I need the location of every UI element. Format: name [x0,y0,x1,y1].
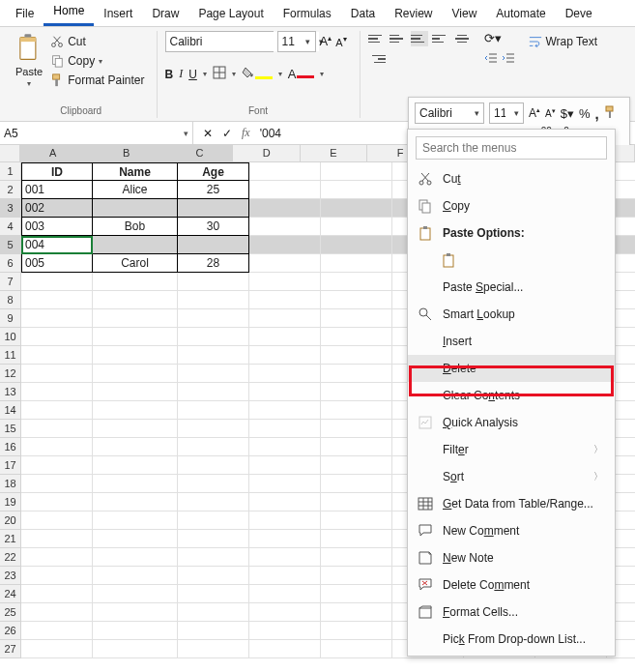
tab-page-layout[interactable]: Page Layout [188,3,273,26]
cell[interactable]: 001 [21,181,93,199]
increase-font-icon[interactable]: A▴ [529,106,540,120]
cell[interactable] [21,493,93,511]
cell[interactable]: Age [178,162,249,181]
cell[interactable]: 25 [178,181,249,199]
cell[interactable]: 005 [21,254,93,273]
align-right-button[interactable] [368,51,386,67]
name-box-input[interactable] [4,127,62,140]
col-header-b[interactable]: B [87,145,166,162]
cell[interactable] [21,401,93,420]
font-size-combo[interactable]: ▾ [277,31,316,52]
cell[interactable] [321,291,392,309]
row-header[interactable]: 2 [0,181,21,199]
cell[interactable]: Carol [93,254,178,273]
tab-formulas[interactable]: Formulas [274,3,341,26]
tab-view[interactable]: View [443,3,487,26]
cell[interactable] [21,365,93,383]
cell[interactable] [321,383,392,401]
cell[interactable] [321,309,392,328]
row-header[interactable]: 9 [0,309,21,328]
cell[interactable] [93,199,178,218]
align-bottom-button[interactable] [411,31,428,46]
cm-cut[interactable]: Cut [408,165,615,192]
cell[interactable] [249,401,321,420]
cell[interactable] [93,585,178,603]
cell[interactable] [93,365,178,383]
cm-new-comment[interactable]: New Comment [408,517,615,544]
cell[interactable] [321,493,392,511]
row-header[interactable]: 17 [0,456,21,475]
cell[interactable] [21,346,93,365]
cell[interactable] [249,511,321,530]
cell[interactable] [93,328,178,346]
cell[interactable] [178,511,249,530]
cm-delete[interactable]: Delete [408,355,615,382]
cell[interactable] [21,622,93,640]
font-size-input[interactable] [278,32,302,51]
cell[interactable] [93,567,178,585]
cell[interactable] [178,603,249,622]
cell[interactable] [178,273,249,291]
cell[interactable]: 004 [21,236,93,254]
cell[interactable] [321,530,392,548]
cell[interactable] [93,291,178,309]
cell[interactable] [93,438,178,456]
cell[interactable] [321,640,392,658]
cell[interactable] [249,254,321,273]
cell[interactable] [249,603,321,622]
col-header-e[interactable]: E [301,145,367,162]
cell[interactable] [249,236,321,254]
row-header[interactable]: 4 [0,218,21,236]
chevron-down-icon[interactable]: ▾ [184,129,188,138]
cell[interactable] [93,420,178,438]
cell[interactable] [93,493,178,511]
cell[interactable] [178,567,249,585]
cell[interactable]: 28 [178,254,249,273]
cell[interactable] [321,438,392,456]
row-header[interactable]: 25 [0,603,21,622]
row-header[interactable]: 1 [0,162,21,181]
cell[interactable] [93,383,178,401]
align-top-button[interactable] [368,31,386,46]
cell[interactable] [249,567,321,585]
cancel-icon[interactable]: ✕ [203,127,213,140]
col-header-a[interactable]: A [20,145,87,162]
row-header[interactable]: 5 [0,236,21,254]
context-menu-search[interactable] [416,136,607,160]
format-painter-icon[interactable] [604,105,618,122]
cell[interactable] [21,603,93,622]
cell[interactable] [178,328,249,346]
row-header[interactable]: 3 [0,199,21,218]
cell[interactable] [249,365,321,383]
cell[interactable] [21,640,93,658]
row-header[interactable]: 27 [0,640,21,658]
row-header[interactable]: 13 [0,383,21,401]
row-header[interactable]: 12 [0,365,21,383]
cell[interactable] [93,456,178,475]
cm-insert[interactable]: Insert [408,328,615,355]
tab-data[interactable]: Data [341,3,385,26]
font-name-combo[interactable]: ▾ [165,31,274,52]
bold-button[interactable]: B [165,68,174,81]
cell[interactable] [178,622,249,640]
cell[interactable] [93,236,178,254]
cell[interactable] [21,309,93,328]
accounting-format-button[interactable]: $▾ [561,106,574,121]
cell[interactable] [321,218,392,236]
cell[interactable]: 30 [178,218,249,236]
cell[interactable] [21,438,93,456]
cell[interactable] [321,475,392,493]
cell[interactable] [249,493,321,511]
tab-automate[interactable]: Automate [486,3,555,26]
decrease-font-icon[interactable]: A▾ [335,35,346,48]
cell[interactable] [321,420,392,438]
cell[interactable] [178,401,249,420]
cell[interactable] [178,420,249,438]
cell[interactable] [21,530,93,548]
underline-button[interactable]: U [188,68,197,81]
cm-paste-default[interactable] [408,247,615,274]
cell[interactable] [93,548,178,567]
row-header[interactable]: 20 [0,511,21,530]
cell[interactable] [178,346,249,365]
cell[interactable] [321,181,392,199]
